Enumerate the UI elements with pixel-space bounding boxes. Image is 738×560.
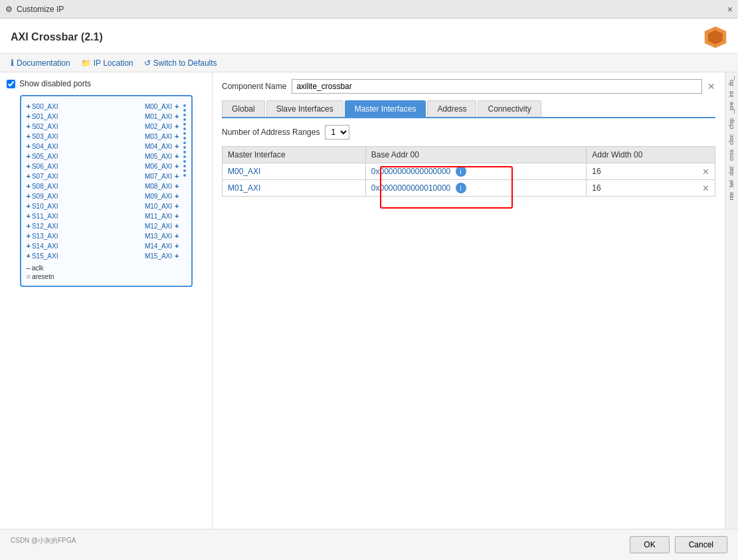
- component-name-row: Component Name ✕: [222, 79, 715, 94]
- sidebar-item-ifo[interactable]: ifo_: [727, 75, 737, 88]
- show-disabled-ports-checkbox[interactable]: [7, 80, 15, 88]
- tab-connectivity[interactable]: Connectivity: [478, 100, 541, 117]
- port-s03: +S03_AXI: [27, 132, 80, 141]
- right-panel: Component Name ✕ Global Slave Interfaces…: [213, 72, 725, 529]
- port-m00: M00_AXI+: [129, 102, 179, 111]
- addr-width-m00-cell: 16 ✕: [587, 163, 715, 180]
- port-s04: +S04_AXI: [27, 141, 80, 151]
- address-content: Number of Address Ranges 1 2 4 Master In…: [222, 125, 715, 522]
- toolbar: ℹ Documentation 📁 IP Location ↺ Switch t…: [0, 54, 738, 72]
- refresh-icon: ↺: [144, 58, 151, 68]
- num-addr-ranges-label: Number of Address Ranges: [222, 128, 320, 137]
- watermark: CSDN @小灰的FPGA: [11, 536, 76, 553]
- port-s12: +S12_AXI: [27, 221, 80, 231]
- main-window: AXI Crossbar (2.1) ℹ Documentation 📁 IP …: [0, 19, 738, 560]
- tab-slave-interfaces[interactable]: Slave Interfaces: [266, 100, 343, 117]
- documentation-link[interactable]: ℹ Documentation: [11, 58, 70, 68]
- port-s11: +S11_AXI: [27, 211, 80, 221]
- sidebar-item-twi[interactable]: twi: [727, 179, 737, 189]
- port-m04: M04_AXI+: [129, 141, 179, 151]
- base-addr-m00-value: 0x0000000000000000: [371, 167, 450, 176]
- table-row: M01_AXI 0x0000000000010000 i 16 ✕: [223, 180, 715, 197]
- table-row: M00_AXI 0x0000000000000000 i 16 ✕: [223, 163, 715, 180]
- port-m01: M01_AXI+: [129, 112, 179, 121]
- aclk-row: – aclk: [27, 264, 80, 272]
- left-panel: Show disabled ports +S00_AXI +S01_AXI +S…: [0, 72, 213, 529]
- port-s10: +S10_AXI: [27, 201, 80, 211]
- cancel-button[interactable]: Cancel: [675, 536, 727, 553]
- sidebar-item-chip[interactable]: chip: [727, 117, 737, 131]
- component-name-label: Component Name: [222, 82, 286, 91]
- tab-address[interactable]: Address: [427, 100, 476, 117]
- col-master-interface: Master Interface: [223, 147, 366, 163]
- location-icon: 📁: [81, 58, 91, 68]
- show-disabled-ports-row: Show disabled ports: [7, 79, 205, 88]
- address-table-wrapper: Master Interface Base Addr 00 Addr Width…: [222, 146, 715, 197]
- port-s15: +S15_AXI: [27, 251, 80, 260]
- base-addr-m01-value: 0x0000000000010000: [371, 183, 450, 193]
- port-m06: M06_AXI+: [129, 161, 179, 171]
- ip-location-link[interactable]: 📁 IP Location: [81, 58, 134, 68]
- addr-width-m01-cell: 16 ✕: [587, 180, 715, 197]
- component-name-clear-button[interactable]: ✕: [707, 81, 715, 92]
- addr-width-m00-clear[interactable]: ✕: [702, 167, 709, 177]
- component-name-input[interactable]: [292, 79, 702, 94]
- xilinx-logo: [703, 25, 727, 49]
- switch-to-defaults-label: Switch to Defaults: [153, 58, 217, 68]
- port-s07: +S07_AXI: [27, 171, 80, 181]
- tabs: Global Slave Interfaces Master Interface…: [222, 100, 715, 118]
- ip-location-label: IP Location: [94, 58, 134, 68]
- port-m08: M08_AXI+: [129, 181, 179, 191]
- info-icon-m00[interactable]: i: [456, 166, 466, 177]
- port-m07: M07_AXI+: [129, 171, 179, 181]
- port-s08: +S08_AXI: [27, 181, 80, 191]
- port-s09: +S09_AXI: [27, 191, 80, 201]
- bottom-bar: CSDN @小灰的FPGA OK Cancel: [0, 529, 738, 560]
- port-s00: +S00_AXI: [27, 102, 80, 111]
- port-s01: +S01_AXI: [27, 112, 80, 121]
- aresetn-row: ○ aresetn: [27, 272, 80, 280]
- app-title: AXI Crossbar (2.1): [11, 31, 103, 43]
- titlebar: ⚙ Customize IP ×: [0, 0, 738, 19]
- num-addr-ranges-select[interactable]: 1 2 4: [325, 125, 349, 140]
- sidebar-item-cros[interactable]: cros: [727, 148, 737, 162]
- col-base-addr: Base Addr 00: [365, 147, 587, 163]
- sidebar-item-pre[interactable]: _pre: [727, 100, 737, 115]
- port-s14: +S14_AXI: [27, 241, 80, 250]
- tab-global[interactable]: Global: [222, 100, 265, 117]
- port-s05: +S05_AXI: [27, 151, 80, 161]
- sidebar-item-cloc[interactable]: cloc: [727, 133, 737, 146]
- port-m14: M14_AXI+: [129, 241, 179, 250]
- close-button[interactable]: ×: [727, 4, 733, 15]
- port-m05: M05_AXI+: [129, 151, 179, 161]
- content-area: Show disabled ports +S00_AXI +S01_AXI +S…: [0, 72, 738, 529]
- addr-width-m00-value: 16: [592, 167, 600, 176]
- num-addr-ranges-row: Number of Address Ranges 1 2 4: [222, 125, 715, 140]
- ip-block-diagram: +S00_AXI +S01_AXI +S02_AXI +S03_AXI +S04…: [20, 95, 193, 287]
- port-s02: +S02_AXI: [27, 122, 80, 131]
- tab-master-interfaces[interactable]: Master Interfaces: [345, 100, 426, 117]
- switch-to-defaults-link[interactable]: ↺ Switch to Defaults: [144, 58, 217, 68]
- titlebar-icon: ⚙: [5, 5, 13, 14]
- addr-width-m01-clear[interactable]: ✕: [702, 183, 709, 193]
- aresetn-label: aresetn: [32, 273, 54, 280]
- sidebar-item-dat[interactable]: dat:: [727, 164, 737, 177]
- show-disabled-ports-label: Show disabled ports: [19, 79, 91, 88]
- addr-width-m01-value: 16: [592, 183, 600, 193]
- port-m03: M03_AXI+: [129, 132, 179, 141]
- right-sidebar: ifo_ int _pre chip cloc cros dat: twi nt…: [725, 72, 738, 529]
- master-ports: M00_AXI+ M01_AXI+ M02_AXI+ M03_AXI+ M04_…: [129, 102, 182, 260]
- sidebar-item-int[interactable]: int: [727, 90, 737, 99]
- col-addr-width: Addr Width 00: [587, 147, 715, 163]
- address-table: Master Interface Base Addr 00 Addr Width…: [222, 146, 715, 197]
- titlebar-title: Customize IP: [17, 5, 64, 14]
- port-m13: M13_AXI+: [129, 231, 179, 240]
- info-icon-m01[interactable]: i: [456, 183, 466, 193]
- aclk-label: aclk: [32, 264, 44, 272]
- sidebar-item-nte[interactable]: nte: [727, 191, 737, 202]
- port-m11: M11_AXI+: [129, 211, 179, 221]
- ok-button[interactable]: OK: [630, 536, 669, 553]
- port-s06: +S06_AXI: [27, 161, 80, 171]
- port-m10: M10_AXI+: [129, 201, 179, 211]
- right-dots-strip: [183, 102, 186, 179]
